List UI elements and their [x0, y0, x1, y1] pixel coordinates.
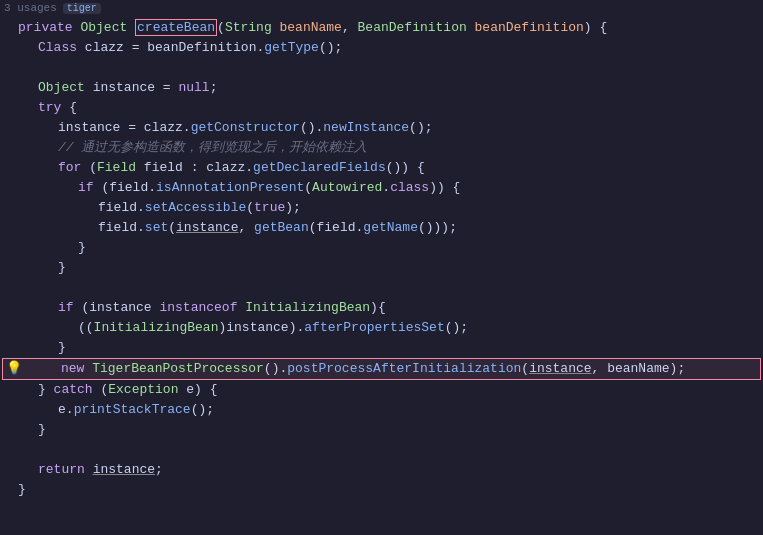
line-14: [0, 278, 763, 298]
line-content-3: [18, 58, 755, 78]
line-content-20: e.printStackTrace();: [18, 400, 755, 420]
line-content-23: return instance;: [18, 460, 755, 480]
line-4: Object instance = null;: [0, 78, 763, 98]
line-18-highlighted: 💡 new TigerBeanPostProcessor().postProce…: [2, 358, 761, 380]
line-15: if (instance instanceof InitializingBean…: [0, 298, 763, 318]
line-3: [0, 58, 763, 78]
line-content-17: }: [18, 338, 755, 358]
line-content-13: }: [18, 258, 755, 278]
line-6: instance = clazz.getConstructor().newIns…: [0, 118, 763, 138]
usages-count: 3 usages: [4, 2, 57, 14]
line-21: }: [0, 420, 763, 440]
line-8: for (Field field : clazz.getDeclaredFiel…: [0, 158, 763, 178]
line-content-1: private Object createBean(String beanNam…: [18, 18, 755, 38]
code-editor: 3 usages tiger private Object createBean…: [0, 0, 763, 535]
line-22: [0, 440, 763, 460]
line-content-16: ((InitializingBean)instance).afterProper…: [18, 318, 755, 338]
line-content-15: if (instance instanceof InitializingBean…: [18, 298, 755, 318]
line-content-22: [18, 440, 755, 460]
line-content-24: }: [18, 480, 755, 500]
code-area: private Object createBean(String beanNam…: [0, 14, 763, 504]
line-content-21: }: [18, 420, 755, 440]
line-7: // 通过无参构造函数，得到览现之后，开始依赖注入: [0, 138, 763, 158]
line-19: } catch (Exception e) {: [0, 380, 763, 400]
tiger-badge: tiger: [63, 3, 101, 14]
line-content-10: field.setAccessible(true);: [18, 198, 755, 218]
line-20: e.printStackTrace();: [0, 400, 763, 420]
line-1: private Object createBean(String beanNam…: [0, 18, 763, 38]
line-content-11: field.set(instance, getBean(field.getNam…: [18, 218, 755, 238]
line-content-7: // 通过无参构造函数，得到览现之后，开始依赖注入: [18, 138, 755, 158]
line-content-6: instance = clazz.getConstructor().newIns…: [18, 118, 755, 138]
line-17: }: [0, 338, 763, 358]
line-23: return instance;: [0, 460, 763, 480]
line-content-2: Class clazz = beanDefinition.getType();: [18, 38, 755, 58]
line-9: if (field.isAnnotationPresent(Autowired.…: [0, 178, 763, 198]
line-content-9: if (field.isAnnotationPresent(Autowired.…: [18, 178, 755, 198]
line-10: field.setAccessible(true);: [0, 198, 763, 218]
line-content-12: }: [18, 238, 755, 258]
bulb-icon[interactable]: 💡: [6, 359, 22, 379]
line-content-18: new TigerBeanPostProcessor().postProcess…: [21, 359, 752, 379]
line-content-4: Object instance = null;: [18, 78, 755, 98]
line-12: }: [0, 238, 763, 258]
line-content-19: } catch (Exception e) {: [18, 380, 755, 400]
line-13: }: [0, 258, 763, 278]
meta-bar: 3 usages tiger: [0, 0, 763, 14]
line-content-14: [18, 278, 755, 298]
line-11: field.set(instance, getBean(field.getNam…: [0, 218, 763, 238]
line-2: Class clazz = beanDefinition.getType();: [0, 38, 763, 58]
line-5: try {: [0, 98, 763, 118]
gutter-18: 💡: [7, 359, 21, 379]
line-16: ((InitializingBean)instance).afterProper…: [0, 318, 763, 338]
line-content-8: for (Field field : clazz.getDeclaredFiel…: [18, 158, 755, 178]
line-content-5: try {: [18, 98, 755, 118]
line-24: }: [0, 480, 763, 500]
